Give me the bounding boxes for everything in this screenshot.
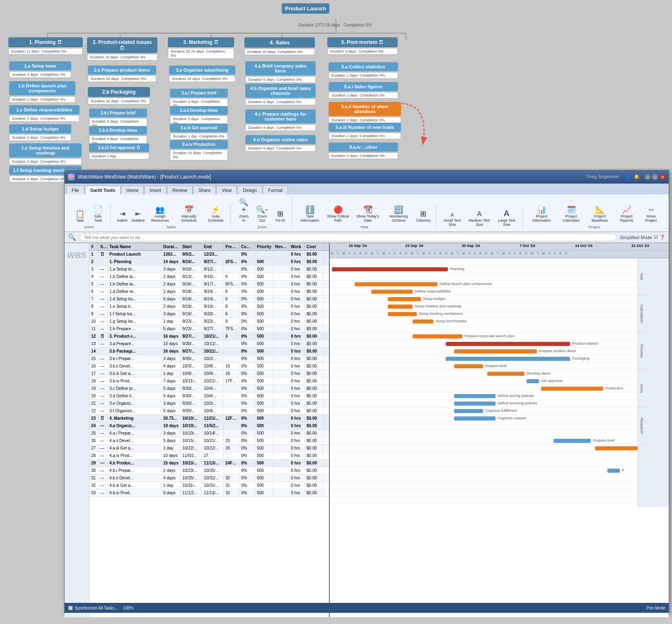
ribbon-tab-review[interactable]: Review <box>167 186 193 194</box>
node-other[interactable]: 5.a.iv ...other Duration 2 days Completi… <box>329 143 398 159</box>
ribbon-tab-gantt-tools[interactable]: Gantt Tools <box>85 186 121 194</box>
central-node[interactable]: Product Launch <box>282 3 329 14</box>
outdent-button[interactable]: ⇤ Outdent <box>131 208 145 224</box>
node-setup-timeline[interactable]: 1.e Setup timeline and roadmap Duration … <box>9 143 82 165</box>
node-setup-team[interactable]: 1.a Setup team Duration 3 days Completio… <box>9 61 71 78</box>
medium-text-button[interactable]: A Medium Text Size <box>465 209 493 228</box>
table-row[interactable]: 31 — 4.b.ii Devel... 4 days 10/25/... 10… <box>89 474 329 482</box>
task-button[interactable]: 📋 Task <box>71 208 89 224</box>
table-row[interactable]: 8 — 1.e Setup ti... 2 days 9/18/... 9/19… <box>89 303 329 310</box>
large-text-button[interactable]: A Large Text Size <box>494 208 519 228</box>
table-row[interactable]: 28 — 4.a.iv Prod... 10 days 11/5/2... 27… <box>89 452 329 460</box>
table-row[interactable]: 12 🗒 3. Product-r... 16 days 9/27/... 10… <box>89 333 329 340</box>
node-attendees[interactable]: 5.a.ii Number of show attendees Duration… <box>329 102 401 123</box>
calculation-tab[interactable]: Calculation <box>638 295 645 333</box>
icons-tab[interactable]: Icons <box>638 370 645 407</box>
table-row[interactable]: 9 — 1.f Setup tra... 3 days 9/18/... 9/2… <box>89 310 329 318</box>
table-row[interactable]: 11 — 1.h Prepare ... 5 days 9/23/... 9/2… <box>89 325 329 333</box>
fit-all-button[interactable]: ⊞ Fit All <box>271 208 289 224</box>
table-row[interactable]: 16 — 3.b.ii Devel... 4 days 10/3/... 10/… <box>89 363 329 370</box>
node-sales-channels[interactable]: 4.b Organize and brief sales channels Du… <box>245 84 316 105</box>
table-row[interactable]: 4 — 1.b Define la... 2 days 9/13/... 9/1… <box>89 273 329 281</box>
node-sales-brief[interactable]: 4.a Brief company sales force Duration 5… <box>245 61 316 83</box>
ribbon-tab-format[interactable]: Format <box>263 186 288 194</box>
node-mkt-approval[interactable]: 3.a.iii Get approval Duration 1 day Comp… <box>170 123 228 140</box>
small-text-button[interactable]: A Small Text Size <box>440 211 465 228</box>
zoom-out-button[interactable]: 🔍- Zoom Out <box>253 204 271 224</box>
simplified-mode-toggle[interactable]: Simplified Mode ☑ ❓ <box>620 235 665 240</box>
table-row[interactable]: 21 — 3.e Organiz... 3 days 9/30/... 10/2… <box>89 400 329 407</box>
node-online-sales[interactable]: 4.d Organize online sales Duration 5 day… <box>245 135 316 152</box>
node-packaging[interactable]: 2.b Packaging Duration 16 days Completio… <box>88 87 150 104</box>
table-row[interactable]: 24 — 4.a Organiz... 19 days 10/10/... 11… <box>89 422 329 430</box>
table-row[interactable]: 29 — 4.b Produc... 15 days 10/23/... 11/… <box>89 460 329 467</box>
assign-resources-button[interactable]: 👥 Assign Resources <box>146 204 174 224</box>
table-row[interactable]: 26 — 4.a.ii Devel... 5 days 10/15/... 10… <box>89 437 329 445</box>
maximize-button[interactable]: □ <box>652 174 658 180</box>
critical-path-button[interactable]: 🔴 Show Critical Path <box>324 204 352 224</box>
branch-product[interactable]: 2. Product-related issues 🗒 Duration 16 … <box>87 37 157 60</box>
columns-button[interactable]: ⊞ Columns <box>415 208 432 224</box>
task-tab[interactable]: Task <box>638 258 645 295</box>
auto-schedule-button[interactable]: ⚡ Auto Schedule <box>204 204 227 224</box>
numbering-button[interactable]: 🔢 Numbering Scheme <box>383 204 413 224</box>
ribbon-tab-view[interactable]: View <box>216 186 237 194</box>
indent-button[interactable]: ⇥ Indent <box>115 208 130 224</box>
node-product-demo[interactable]: 2.a Prepare product demo Duration 10 day… <box>88 65 156 82</box>
table-row[interactable]: 19 — 3.c Define pr... 5 days 9/30/... 10… <box>89 385 329 392</box>
todays-date-button[interactable]: 📆 Show Today's Date <box>353 204 382 224</box>
task-information-button[interactable]: ℹ️ Task Information <box>297 204 323 224</box>
project-baselines-button[interactable]: 📐 Project Baselines <box>586 204 614 224</box>
table-row[interactable]: 30 — 4.b.i Prepar... 2 days 10/23/... 10… <box>89 467 329 474</box>
table-row[interactable]: 27 — 4.a.iii Get a... 1 day 10/22/... 10… <box>89 445 329 452</box>
branch-sales[interactable]: 4. Sales Duration 20 days Completion 0% <box>244 37 315 55</box>
node-mkt-production[interactable]: 3.a.iv Production Duration 10 days Compl… <box>170 140 228 160</box>
minimize-button[interactable]: ─ <box>645 174 650 180</box>
node-define-launch[interactable]: 1.b Define launch plan components Durati… <box>9 81 75 103</box>
branch-postmortem[interactable]: 5. Post-mortem 🗒 Duration 9 days Complet… <box>327 37 398 55</box>
ribbon-tab-home[interactable]: Home <box>121 186 144 194</box>
project-info-button[interactable]: 📊 Project Information <box>527 204 556 224</box>
table-row[interactable]: 18 — 3.b.iv Prod... 7 days 10/11/... 10/… <box>89 377 329 385</box>
table-row[interactable]: 22 — 3.f Organize... 5 days 9/30/... 10/… <box>89 407 329 415</box>
table-row[interactable]: 10 — 1.g Setup be... 1 day 9/23/... 9/23… <box>89 318 329 325</box>
pictures-tab[interactable]: Pictures <box>638 333 645 370</box>
table-area[interactable]: # Sch. Task Name Durati... Start End Pre… <box>89 243 330 617</box>
table-row[interactable]: 6 — 1.d Define re... 2 days 9/18/... 9/2… <box>89 288 329 295</box>
node-new-leads[interactable]: 5.a.iii Number of new leads Duration 2 d… <box>329 123 401 139</box>
search-input[interactable] <box>80 234 616 241</box>
table-row[interactable]: 7 — 1.d Setup bu... 5 days 9/18/... 9/24… <box>89 295 329 303</box>
ribbon-tab-design[interactable]: Design <box>237 186 262 194</box>
table-row[interactable]: 25 — 4.a.i Prepar... 3 days 10/10/... 10… <box>89 430 329 437</box>
sync-status[interactable]: 🔄 Synchronize All Tasks... <box>68 606 118 610</box>
node-setup-budget[interactable]: 1.d Setup budget Duration 2 days Complet… <box>9 124 71 141</box>
node-collect-stats[interactable]: 5.a Collect statistics Duration 2 days C… <box>329 62 398 79</box>
manually-schedule-button[interactable]: 📅 Manually Schedule <box>174 204 203 224</box>
table-row[interactable]: 5 — 1.b Define la... 2 days 9/16/... 9/1… <box>89 281 329 288</box>
close-button[interactable]: ✕ <box>660 174 665 180</box>
table-row[interactable]: 17 — 3.b.iii Get a... 1 day 10/9/... 10/… <box>89 370 329 377</box>
node-mailings[interactable]: 4.c Prepare mailings for customer base D… <box>245 109 316 131</box>
table-row[interactable]: 14 3.b Packagi... 16 days 9/27/... 10/21… <box>89 348 329 355</box>
table-row[interactable]: 23 🗒 4. Marketing 30.75... 10/10/... 11/… <box>89 415 329 422</box>
move-project-button[interactable]: ↔️ Move Project <box>640 204 662 224</box>
table-row[interactable]: 3 — 1.a Setup te... 3 days 9/10/... 9/12… <box>89 266 329 273</box>
node-define-resp[interactable]: 1.c Define responsibilities Duration 2 d… <box>9 105 80 122</box>
table-row[interactable]: 33 — 4.b.iv Prod... 8 days 11/1/2... 11/… <box>89 489 329 497</box>
subtask-button[interactable]: 📄 Sub-Task <box>89 204 107 224</box>
table-row[interactable]: 32 — 4.b.iii Get a... 1 day 10/31/... 10… <box>89 482 329 489</box>
project-reports-button[interactable]: 📈 Project Reports <box>614 204 639 224</box>
ribbon-tab-file[interactable]: File <box>66 186 85 194</box>
table-row[interactable]: 1 🗒 Product Launch 1382... 9/5/2... 12/2… <box>89 251 329 258</box>
zoom-in-button[interactable]: 🔍+ Zoom In <box>235 197 252 224</box>
ribbon-tab-share[interactable]: Share <box>193 186 216 194</box>
branch-marketing[interactable]: 3. Marketing 🗒 Duration 30.75 days Compl… <box>168 37 234 59</box>
branch-planning[interactable]: 1. Planning 🗒 Duration 11 days Completio… <box>8 37 83 55</box>
node-pkg-approval[interactable]: 2.b.iii Get approval 🗒 Duration 1 day <box>89 143 149 160</box>
node-organize-adv[interactable]: 3.a Organize advertising Duration 19 day… <box>169 65 235 82</box>
table-row[interactable]: 2 1. Planning 14 days 9/10/... 9/27/... … <box>89 258 329 266</box>
ribbon-tab-insert[interactable]: Insert <box>144 186 167 194</box>
table-row[interactable]: 13 — 3.a Prepare... 10 days 9/30/... 10/… <box>89 340 329 348</box>
node-sales-figures[interactable]: 5.a.i Sales figures Duration 2 days Comp… <box>329 82 398 99</box>
table-row[interactable]: 15 — 3.b.i Prepar... 3 days 9/30/... 10/… <box>89 355 329 363</box>
